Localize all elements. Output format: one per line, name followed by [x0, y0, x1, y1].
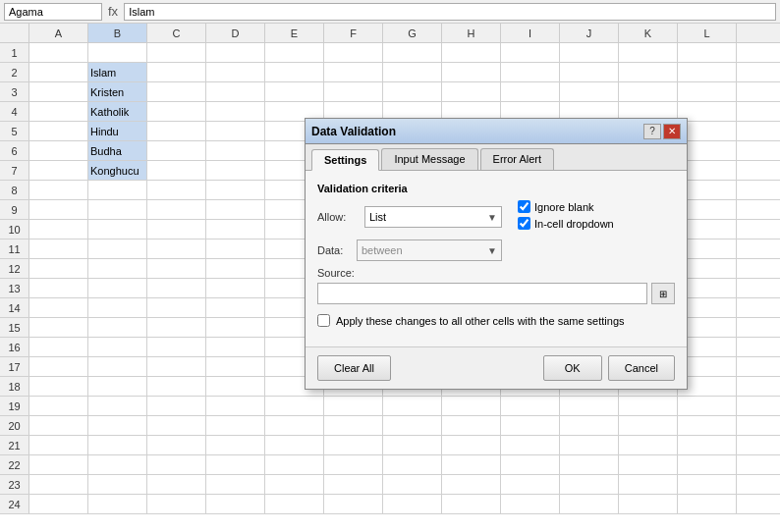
grid-cell[interactable]	[147, 141, 206, 160]
grid-cell[interactable]	[265, 436, 324, 454]
allow-select[interactable]: List ▼	[364, 206, 502, 228]
grid-cell[interactable]	[442, 43, 501, 62]
grid-cell[interactable]	[88, 495, 147, 513]
grid-cell[interactable]	[147, 43, 206, 62]
grid-cell[interactable]	[206, 436, 265, 454]
grid-cell[interactable]	[265, 397, 324, 415]
grid-cell[interactable]	[147, 436, 206, 454]
grid-cell[interactable]	[88, 318, 147, 337]
grid-cell[interactable]	[619, 397, 678, 415]
grid-cell[interactable]	[29, 416, 88, 435]
grid-cell[interactable]	[147, 220, 206, 239]
source-input[interactable]	[317, 283, 647, 304]
grid-cell[interactable]	[206, 122, 265, 140]
grid-cell[interactable]	[88, 338, 147, 356]
grid-cell[interactable]	[29, 82, 88, 101]
grid-cell[interactable]	[619, 416, 678, 435]
clear-all-button[interactable]: Clear All	[317, 355, 391, 381]
formula-input[interactable]	[124, 3, 776, 21]
grid-cell[interactable]	[29, 495, 88, 513]
dialog-close-button[interactable]: ✕	[663, 124, 681, 139]
grid-cell[interactable]	[206, 416, 265, 435]
grid-cell[interactable]	[206, 102, 265, 121]
grid-cell[interactable]	[88, 377, 147, 396]
col-header-h[interactable]: H	[442, 24, 501, 42]
grid-cell[interactable]: Hindu	[88, 122, 147, 140]
grid-cell[interactable]	[501, 436, 560, 454]
grid-cell[interactable]	[678, 397, 737, 415]
grid-cell[interactable]	[206, 377, 265, 396]
grid-cell[interactable]	[619, 63, 678, 81]
grid-cell[interactable]	[29, 377, 88, 396]
grid-cell[interactable]	[324, 495, 383, 513]
grid-cell[interactable]	[206, 318, 265, 337]
grid-cell[interactable]	[383, 82, 442, 101]
grid-cell[interactable]	[88, 220, 147, 239]
grid-cell[interactable]	[442, 82, 501, 101]
grid-cell[interactable]	[147, 181, 206, 199]
grid-cell[interactable]	[383, 455, 442, 474]
grid-cell[interactable]	[206, 141, 265, 160]
grid-cell[interactable]	[206, 43, 265, 62]
grid-cell[interactable]	[501, 495, 560, 513]
grid-cell[interactable]	[206, 397, 265, 415]
grid-cell[interactable]	[265, 43, 324, 62]
grid-cell[interactable]	[619, 495, 678, 513]
grid-cell[interactable]	[147, 161, 206, 180]
grid-cell[interactable]: Kristen	[88, 82, 147, 101]
grid-cell[interactable]	[147, 416, 206, 435]
grid-cell[interactable]	[29, 397, 88, 415]
name-box[interactable]	[4, 3, 102, 21]
grid-cell[interactable]	[29, 181, 88, 199]
grid-cell[interactable]	[442, 63, 501, 81]
grid-cell[interactable]	[560, 455, 619, 474]
col-header-k[interactable]: K	[619, 24, 678, 42]
grid-cell[interactable]	[501, 43, 560, 62]
grid-cell[interactable]	[88, 279, 147, 297]
grid-cell[interactable]	[29, 161, 88, 180]
col-header-a[interactable]: A	[29, 24, 88, 42]
grid-cell[interactable]	[678, 495, 737, 513]
grid-cell[interactable]	[678, 416, 737, 435]
grid-cell[interactable]	[678, 436, 737, 454]
col-header-c[interactable]: C	[147, 24, 206, 42]
col-header-j[interactable]: J	[560, 24, 619, 42]
grid-cell[interactable]	[206, 82, 265, 101]
grid-cell[interactable]	[206, 475, 265, 494]
col-header-b[interactable]: B	[88, 24, 147, 42]
grid-cell[interactable]	[206, 298, 265, 317]
grid-cell[interactable]	[265, 495, 324, 513]
col-header-f[interactable]: F	[324, 24, 383, 42]
cancel-button[interactable]: Cancel	[608, 355, 675, 381]
grid-cell[interactable]	[560, 495, 619, 513]
grid-cell[interactable]	[206, 200, 265, 219]
grid-cell[interactable]	[206, 338, 265, 356]
grid-cell[interactable]: Katholik	[88, 102, 147, 121]
grid-cell[interactable]	[324, 416, 383, 435]
grid-cell[interactable]	[29, 259, 88, 278]
grid-cell[interactable]	[383, 63, 442, 81]
grid-cell[interactable]	[324, 475, 383, 494]
grid-cell[interactable]	[29, 63, 88, 81]
grid-cell[interactable]	[501, 455, 560, 474]
grid-cell[interactable]	[678, 63, 737, 81]
grid-cell[interactable]	[29, 475, 88, 494]
grid-cell[interactable]	[147, 82, 206, 101]
grid-cell[interactable]	[560, 63, 619, 81]
grid-cell[interactable]	[442, 436, 501, 454]
tab-settings[interactable]: Settings	[311, 149, 379, 171]
grid-cell[interactable]	[265, 82, 324, 101]
ignore-blank-checkbox[interactable]	[518, 200, 530, 213]
grid-cell[interactable]	[619, 436, 678, 454]
grid-cell[interactable]	[265, 63, 324, 81]
grid-cell[interactable]	[678, 82, 737, 101]
grid-cell[interactable]	[383, 416, 442, 435]
grid-cell[interactable]	[88, 259, 147, 278]
grid-cell[interactable]	[206, 455, 265, 474]
grid-cell[interactable]	[29, 220, 88, 239]
grid-cell[interactable]	[88, 357, 147, 376]
grid-cell[interactable]	[560, 82, 619, 101]
col-header-l[interactable]: L	[678, 24, 737, 42]
grid-cell[interactable]	[147, 239, 206, 258]
col-header-e[interactable]: E	[265, 24, 324, 42]
